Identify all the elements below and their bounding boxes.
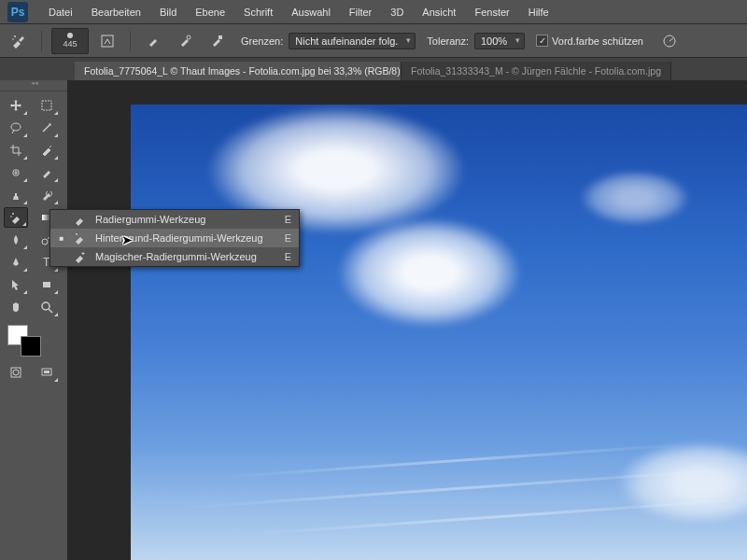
flyout-shortcut: E xyxy=(285,232,291,244)
panel-collapse-toggle[interactable] xyxy=(0,80,67,91)
divider xyxy=(130,31,131,51)
menu-filter[interactable]: Filter xyxy=(340,7,381,18)
magic-wand-tool[interactable] xyxy=(35,118,59,138)
svg-rect-2 xyxy=(102,35,113,47)
svg-point-1 xyxy=(12,38,14,40)
svg-rect-19 xyxy=(44,371,49,373)
menu-bild[interactable]: Bild xyxy=(150,7,186,18)
toleranz-label: Toleranz: xyxy=(427,35,469,47)
sampling-continuous-icon[interactable] xyxy=(140,29,166,53)
grenzen-dropdown[interactable]: Nicht aufeinander folg. xyxy=(289,33,416,49)
flyout-item-magic-eraser[interactable]: Magischer-Radiergummi-Werkzeug E xyxy=(50,247,299,266)
svg-rect-6 xyxy=(42,101,51,110)
brush-panel-toggle[interactable] xyxy=(94,29,120,53)
flyout-shortcut: E xyxy=(285,214,291,225)
menu-ansicht[interactable]: Ansicht xyxy=(413,7,465,18)
menu-auswahl[interactable]: Auswahl xyxy=(282,7,340,18)
flyout-shortcut: E xyxy=(285,251,291,262)
canvas-area[interactable] xyxy=(67,80,747,560)
flyout-bullet: ■ xyxy=(58,234,65,243)
svg-rect-4 xyxy=(218,35,222,39)
pen-tool[interactable] xyxy=(4,252,28,273)
background-eraser-icon xyxy=(73,231,88,245)
tools-panel: T xyxy=(0,80,67,560)
svg-point-12 xyxy=(42,239,48,245)
svg-point-9 xyxy=(12,213,14,215)
quick-mask-toggle[interactable] xyxy=(4,362,28,383)
screen-mode-toggle[interactable] xyxy=(35,362,59,383)
svg-point-15 xyxy=(42,302,49,310)
healing-brush-tool[interactable] xyxy=(4,162,28,183)
current-tool-icon[interactable] xyxy=(6,29,32,53)
svg-point-10 xyxy=(10,216,12,217)
eraser-tool-flyout: Radiergummi-Werkzeug E ■ Hintergrund-Rad… xyxy=(49,209,300,267)
brush-tool[interactable] xyxy=(35,162,59,183)
history-brush-tool[interactable] xyxy=(35,185,59,205)
menu-ebene[interactable]: Ebene xyxy=(186,7,234,18)
flyout-label: Magischer-Radiergummi-Werkzeug xyxy=(95,251,277,262)
blur-tool[interactable] xyxy=(4,230,28,250)
menu-3d[interactable]: 3D xyxy=(381,7,413,18)
menu-schrift[interactable]: Schrift xyxy=(234,7,282,18)
magic-eraser-icon xyxy=(73,250,88,263)
lasso-tool[interactable] xyxy=(4,118,28,138)
move-tool[interactable] xyxy=(4,95,28,116)
brush-preset-picker[interactable]: 445 xyxy=(51,28,89,54)
sampling-once-icon[interactable] xyxy=(172,29,198,53)
eyedropper-tool[interactable] xyxy=(35,140,59,161)
pressure-icon[interactable] xyxy=(656,29,683,53)
clone-stamp-tool[interactable] xyxy=(4,185,28,205)
menu-bar: Ps Datei Bearbeiten Bild Ebene Schrift A… xyxy=(0,0,747,24)
color-swatches xyxy=(0,321,67,362)
document-tab-bar: Fotolia_7775064_L © Thaut Images - Fotol… xyxy=(0,58,747,80)
brush-size-label: 445 xyxy=(63,39,77,49)
svg-point-3 xyxy=(187,35,190,39)
protect-foreground-checkbox[interactable]: ✓ xyxy=(536,35,548,47)
flyout-label: Hintergrund-Radiergummi-Werkzeug xyxy=(95,232,277,244)
svg-point-7 xyxy=(11,123,21,131)
hand-tool[interactable] xyxy=(4,297,28,317)
document-tab-inactive[interactable]: Fotolia_31333343_M - © Jürgen Fälchle - … xyxy=(402,62,671,80)
svg-point-17 xyxy=(13,370,19,375)
flyout-item-background-eraser[interactable]: ■ Hintergrund-Radiergummi-Werkzeug E xyxy=(50,229,299,247)
flyout-item-eraser[interactable]: Radiergummi-Werkzeug E xyxy=(50,210,299,229)
background-color-swatch[interactable] xyxy=(21,336,41,357)
rectangle-tool[interactable] xyxy=(35,274,59,295)
flyout-label: Radiergummi-Werkzeug xyxy=(95,214,277,225)
eraser-tool[interactable] xyxy=(4,207,28,228)
protect-foreground-label: Vord.farbe schützen xyxy=(552,35,643,47)
toleranz-dropdown[interactable]: 100% xyxy=(474,33,525,49)
tab-label: Fotolia_7775064_L © Thaut Images - Fotol… xyxy=(84,65,402,77)
crop-tool[interactable] xyxy=(4,140,28,161)
eraser-icon xyxy=(73,213,88,226)
menu-datei[interactable]: Datei xyxy=(39,7,82,18)
marquee-tool[interactable] xyxy=(35,95,59,116)
grenzen-label: Grenzen: xyxy=(241,35,283,47)
document-canvas[interactable] xyxy=(131,105,747,560)
menu-hilfe[interactable]: Hilfe xyxy=(519,7,558,18)
menu-fenster[interactable]: Fenster xyxy=(465,7,518,18)
svg-rect-14 xyxy=(43,282,50,287)
tab-label: Fotolia_31333343_M - © Jürgen Fälchle - … xyxy=(411,65,661,77)
options-bar: 445 Grenzen: Nicht aufeinander folg. Tol… xyxy=(0,24,747,58)
sampling-swatch-icon[interactable] xyxy=(204,29,230,53)
svg-point-0 xyxy=(14,35,16,37)
svg-point-20 xyxy=(76,233,78,235)
divider xyxy=(41,31,42,51)
path-selection-tool[interactable] xyxy=(4,274,28,295)
app-logo[interactable]: Ps xyxy=(7,2,28,22)
zoom-tool[interactable] xyxy=(35,297,59,317)
document-tab-active[interactable]: Fotolia_7775064_L © Thaut Images - Fotol… xyxy=(75,62,402,80)
menu-bearbeiten[interactable]: Bearbeiten xyxy=(82,7,150,18)
